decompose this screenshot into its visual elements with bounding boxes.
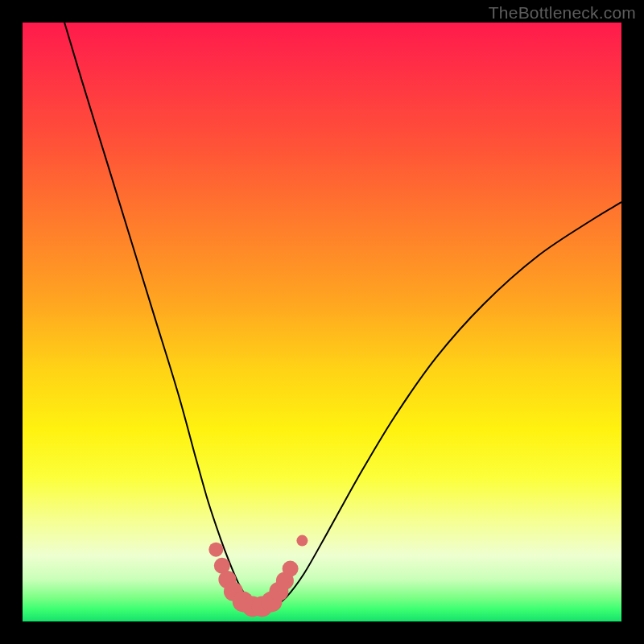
bottleneck-curve bbox=[64, 23, 621, 609]
curve-svg bbox=[23, 23, 621, 621]
watermark-text: TheBottleneck.com bbox=[489, 3, 636, 23]
marker-dot bbox=[296, 535, 308, 547]
marker-dot bbox=[283, 561, 299, 577]
marker-dot bbox=[208, 543, 223, 557]
plot-area bbox=[23, 23, 621, 621]
chart-frame: TheBottleneck.com bbox=[0, 0, 644, 644]
